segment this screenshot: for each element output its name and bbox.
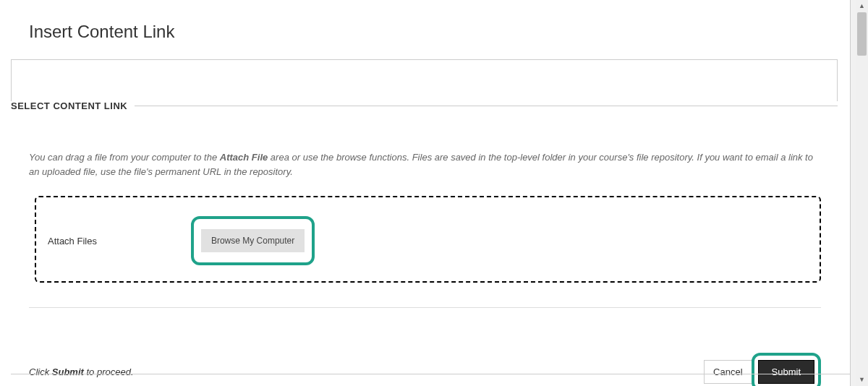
submit-highlight: Submit [752,353,821,386]
outer-panel-spacer [11,59,838,101]
scroll-thumb[interactable] [857,12,867,56]
section-description: You can drag a file from your computer t… [29,111,821,196]
page-title: Insert Content Link [29,0,821,59]
hint-post: to proceed. [84,366,134,377]
aside-panel: ▲ ▼ [850,0,868,386]
submit-button[interactable]: Submit [758,360,814,384]
panel-bottom-border [11,374,856,374]
hint-pre: Click [29,366,52,377]
scroll-up-arrow-icon[interactable]: ▲ [856,0,868,12]
scroll-down-arrow-icon[interactable]: ▼ [856,374,868,386]
section-divider-line [135,106,838,106]
browse-my-computer-button[interactable]: Browse My Computer [201,229,305,252]
desc-pre: You can drag a file from your computer t… [29,152,220,163]
footer-actions: Cancel Submit [704,353,821,386]
hint-strong: Submit [52,366,84,377]
desc-strong: Attach File [220,152,268,163]
section-heading: SELECT CONTENT LINK [11,100,127,111]
cancel-button[interactable]: Cancel [704,360,752,384]
vertical-scrollbar[interactable]: ▲ ▼ [856,0,868,386]
section-header: SELECT CONTENT LINK [11,100,838,111]
footer-hint: Click Submit to proceed. [29,366,134,377]
attach-files-label: Attach Files [48,236,97,246]
page-container: Insert Content Link SELECT CONTENT LINK … [0,0,850,386]
attach-file-dropzone[interactable]: Attach Files Browse My Computer [35,196,821,283]
browse-highlight: Browse My Computer [191,216,315,265]
